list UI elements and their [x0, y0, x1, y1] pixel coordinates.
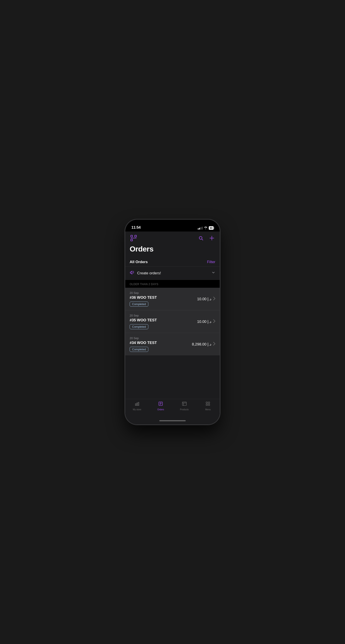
- chevron-right-icon: [213, 342, 215, 346]
- svg-rect-20: [206, 404, 207, 406]
- all-orders-label: All Orders: [130, 260, 148, 264]
- svg-rect-19: [208, 402, 210, 403]
- order-right: د.إ 10.00: [197, 297, 215, 301]
- megaphone-icon: [130, 270, 135, 276]
- svg-rect-9: [137, 403, 138, 406]
- order-status-badge: Completed: [130, 302, 148, 306]
- order-amount: د.إ 10.00: [197, 319, 211, 324]
- home-indicator: [125, 417, 220, 424]
- svg-rect-21: [208, 404, 210, 406]
- order-amount: د.إ 8,298.00: [192, 342, 211, 346]
- scan-icon-wrap[interactable]: [130, 234, 138, 242]
- order-date: 20 Sep: [130, 314, 197, 317]
- create-orders-banner[interactable]: Create orders!: [125, 267, 220, 280]
- header-actions: [197, 234, 215, 242]
- order-item[interactable]: 20 Sep #35 WOO TEST Completed د.إ 10.00: [125, 310, 220, 333]
- order-right: د.إ 8,298.00: [192, 342, 215, 346]
- nav-item-my-store[interactable]: My store: [125, 401, 149, 411]
- header-top: [130, 234, 215, 242]
- screen: 11:54 93: [125, 220, 220, 424]
- order-status-badge: Completed: [130, 324, 148, 329]
- order-name: #36 WOO TEST: [130, 296, 197, 300]
- battery-level: 93: [210, 227, 212, 229]
- scan-icon: [130, 235, 137, 242]
- order-item[interactable]: 20 Sep #36 WOO TEST Completed د.إ 10.00: [125, 288, 220, 310]
- filter-button[interactable]: Filter: [207, 260, 215, 264]
- my-store-icon: [135, 401, 140, 408]
- signal-bar-2: [199, 228, 200, 230]
- chevron-right-icon: [213, 319, 215, 324]
- svg-rect-1: [135, 235, 136, 237]
- order-item[interactable]: 20 Sep #34 WOO TEST Completed د.إ 8,298.…: [125, 333, 220, 356]
- nav-label-menu: Menu: [205, 408, 211, 411]
- section-header: OLDER THAN 2 DAYS: [125, 280, 220, 288]
- nav-item-orders[interactable]: Orders: [149, 401, 173, 411]
- order-name: #34 WOO TEST: [130, 341, 192, 345]
- order-left: 20 Sep #34 WOO TEST Completed: [130, 336, 192, 352]
- section-header-text: OLDER THAN 2 DAYS: [130, 283, 158, 286]
- svg-rect-8: [135, 404, 136, 406]
- orders-icon: [158, 401, 163, 408]
- app-scroll-area[interactable]: Orders All Orders Filter: [125, 232, 220, 399]
- order-amount: د.إ 10.00: [197, 297, 211, 301]
- create-orders-left: Create orders!: [130, 270, 161, 276]
- signal-icon: [198, 227, 203, 230]
- orders-filter-row: All Orders Filter: [125, 258, 220, 267]
- svg-rect-15: [182, 402, 186, 406]
- svg-rect-0: [131, 235, 133, 237]
- nav-item-products[interactable]: Products: [173, 401, 196, 411]
- order-right: د.إ 10.00: [197, 319, 215, 324]
- menu-icon: [205, 401, 210, 408]
- notch: [156, 220, 189, 227]
- nav-label-products: Products: [180, 408, 189, 411]
- svg-rect-10: [138, 402, 139, 406]
- order-date: 20 Sep: [130, 336, 192, 340]
- orders-list: 20 Sep #36 WOO TEST Completed د.إ 10.00: [125, 288, 220, 356]
- svg-rect-18: [206, 402, 207, 403]
- signal-bar-4: [202, 227, 203, 230]
- nav-item-menu[interactable]: Menu: [196, 401, 220, 411]
- header: Orders: [125, 232, 220, 258]
- signal-bar-3: [200, 227, 201, 230]
- order-name: #35 WOO TEST: [130, 318, 197, 322]
- status-time: 11:54: [131, 225, 141, 230]
- empty-space: [125, 356, 220, 399]
- products-icon: [182, 401, 187, 408]
- phone-frame: 11:54 93: [125, 220, 220, 424]
- page-title: Orders: [130, 245, 215, 253]
- svg-rect-2: [131, 239, 133, 241]
- search-button[interactable]: [197, 234, 204, 242]
- order-left: 20 Sep #35 WOO TEST Completed: [130, 314, 197, 329]
- order-left: 20 Sep #36 WOO TEST Completed: [130, 291, 197, 306]
- battery-icon: 93: [209, 226, 214, 230]
- wifi-icon: [204, 226, 207, 230]
- app-content: Orders All Orders Filter: [125, 232, 220, 399]
- svg-line-5: [202, 239, 203, 240]
- add-order-button[interactable]: [208, 234, 215, 242]
- status-icons: 93: [198, 226, 214, 230]
- signal-bar-1: [198, 228, 199, 230]
- nav-label-orders: Orders: [157, 408, 164, 411]
- order-date: 20 Sep: [130, 291, 197, 294]
- chevron-right-icon: [213, 297, 215, 301]
- home-bar: [159, 420, 186, 421]
- bottom-nav: My store Orders: [125, 399, 220, 417]
- chevron-down-icon: [211, 270, 215, 276]
- order-status-badge: Completed: [130, 347, 148, 352]
- create-orders-text: Create orders!: [137, 271, 161, 276]
- nav-label-my-store: My store: [133, 408, 141, 411]
